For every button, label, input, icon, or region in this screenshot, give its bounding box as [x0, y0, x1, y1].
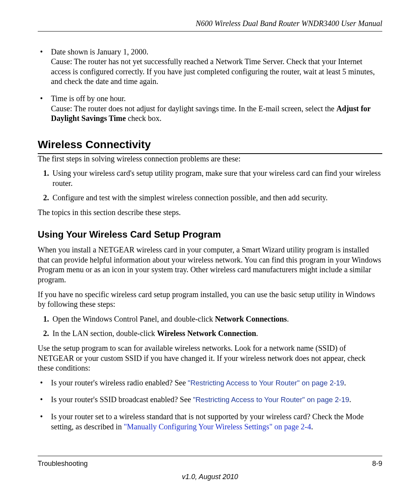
cross-reference-link[interactable]: "Restricting Access to Your Router" on p…: [188, 379, 344, 387]
item-title: Time is off by one hour.: [51, 94, 126, 103]
subsection-p3: Use the setup program to scan for availa…: [38, 343, 382, 373]
cond-post: .: [344, 378, 346, 387]
document-page: N600 Wireless Dual Band Router WNDR3400 …: [0, 0, 420, 504]
item-cause-pre: Cause: The router does not adjust for da…: [51, 104, 336, 113]
cond-pre: Is your router's wireless radio enabled?…: [51, 378, 188, 387]
list-item: Open the Windows Control Panel, and doub…: [51, 314, 382, 324]
section-outro: The topics in this section describe thes…: [38, 208, 382, 218]
win-steps-list: Open the Windows Control Panel, and doub…: [38, 314, 382, 339]
step-pre: Open the Windows Control Panel, and doub…: [52, 315, 215, 323]
running-header: N600 Wireless Dual Band Router WNDR3400 …: [38, 19, 382, 32]
subsection-p1: When you install a NETGEAR wireless card…: [38, 245, 382, 285]
step-post: .: [287, 315, 289, 323]
footer-page-number: 8-9: [372, 459, 382, 468]
item-cause-post: check box.: [126, 114, 162, 122]
cond-post: .: [349, 395, 351, 404]
list-item: Is your router set to a wireless standar…: [38, 412, 382, 432]
list-item: Configure and test with the simplest wir…: [51, 193, 382, 203]
list-item: In the LAN section, double-click Wireles…: [51, 329, 382, 339]
time-issues-list: Date shown is January 1, 2000. Cause: Th…: [38, 47, 382, 124]
page-footer: Troubleshooting 8-9: [38, 456, 382, 468]
item-cause: Cause: The router has not yet successful…: [51, 57, 375, 86]
step-pre: In the LAN section, double-click: [52, 329, 157, 338]
step-bold: Wireless Network Connection: [157, 329, 256, 338]
step-post: .: [256, 329, 258, 338]
subsection-p2: If you have no specific wireless card se…: [38, 290, 382, 310]
cross-reference-link[interactable]: "Restricting Access to Your Router" on p…: [193, 396, 349, 404]
cond-post: .: [311, 422, 313, 431]
list-item: Date shown is January 1, 2000. Cause: Th…: [38, 47, 382, 87]
item-title: Date shown is January 1, 2000.: [51, 47, 149, 56]
list-item: Using your wireless card's setup utility…: [51, 168, 382, 188]
footer-version: v1.0, August 2010: [0, 472, 420, 481]
list-item: Time is off by one hour. Cause: The rout…: [38, 94, 382, 124]
list-item: Is your router's wireless radio enabled?…: [38, 378, 382, 388]
section-heading: Wireless Connectivity: [38, 138, 382, 154]
subsection-heading: Using Your Wireless Card Setup Program: [38, 229, 382, 241]
list-item: Is your router's SSID broadcast enabled?…: [38, 395, 382, 405]
first-steps-list: Using your wireless card's setup utility…: [38, 168, 382, 203]
step-bold: Network Connections: [215, 315, 287, 323]
cross-reference-link[interactable]: "Manually Configuring Your Wireless Sett…: [124, 422, 311, 431]
footer-section-label: Troubleshooting: [38, 459, 88, 468]
cond-pre: Is your router's SSID broadcast enabled?…: [51, 395, 193, 404]
conditions-list: Is your router's wireless radio enabled?…: [38, 378, 382, 432]
section-intro: The first steps in solving wireless conn…: [38, 154, 382, 164]
